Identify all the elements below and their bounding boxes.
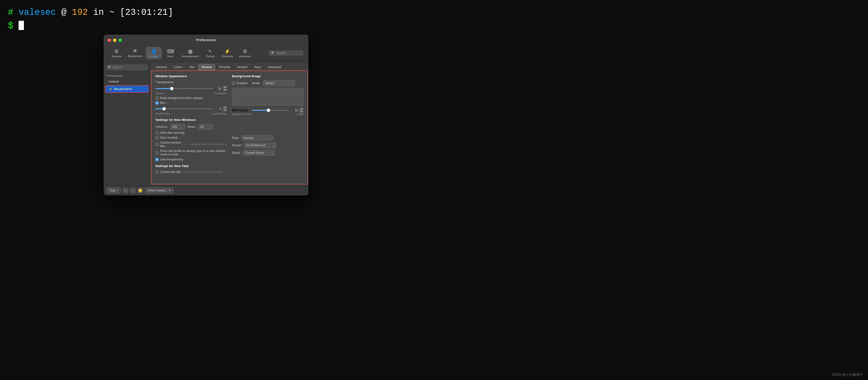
force-new-window-checkbox[interactable] bbox=[155, 151, 159, 155]
toolbar-item-appearance[interactable]: 👁 Appearance bbox=[125, 47, 145, 59]
watermark: CSDN @小豆像俗干 bbox=[832, 373, 863, 377]
blur-row[interactable]: Blur: bbox=[155, 101, 227, 105]
toolbar-items: ⚙ General 👁 Appearance 👤 Profiles ⌨ Keys… bbox=[108, 47, 254, 59]
bg-enabled-row[interactable]: Enabled Mode: Stretch bbox=[232, 81, 304, 86]
screen-select[interactable]: No Preference bbox=[244, 142, 276, 148]
toolbar-item-shortcuts[interactable]: ⚡ Shortcuts bbox=[219, 47, 236, 59]
custom-window-title-checkbox[interactable] bbox=[155, 143, 159, 146]
transparency-slider-fill bbox=[155, 88, 172, 89]
tab-general[interactable]: General bbox=[153, 64, 170, 70]
tab-general-label: General bbox=[156, 65, 167, 69]
sidebar-item-default[interactable]: Default bbox=[105, 78, 149, 85]
force-new-window-row[interactable]: Force this profile to always open in a n… bbox=[155, 149, 227, 156]
hide-after-opening-row[interactable]: Hide after opening bbox=[155, 131, 227, 134]
tab-session-label: Session bbox=[237, 65, 247, 69]
emoji-button[interactable]: 🙂 bbox=[138, 188, 143, 193]
transparency-slider-track[interactable] bbox=[155, 88, 213, 89]
star-icon: ★ bbox=[109, 87, 112, 91]
search-input[interactable] bbox=[276, 51, 301, 55]
minimize-button[interactable] bbox=[113, 38, 117, 42]
toolbar-item-profiles[interactable]: 👤 Profiles bbox=[146, 47, 162, 59]
sidebar-item-default-label: Default bbox=[108, 80, 119, 84]
main-content: 🔍 Profile Name Default ★ MacBookPro Gene… bbox=[104, 62, 308, 185]
transparency-stepper-down[interactable]: ▼ bbox=[223, 89, 227, 91]
dropdown-chevron-icon: ▾ bbox=[169, 189, 170, 192]
toolbar-item-general[interactable]: ⚙ General bbox=[108, 47, 124, 59]
custom-window-title-row[interactable]: Custom window title: bbox=[155, 141, 227, 148]
sidebar: 🔍 Profile Name Default ★ MacBookPro bbox=[104, 62, 151, 185]
toolbar-label-profiles: Profiles bbox=[149, 55, 158, 58]
transparency-slider-thumb[interactable] bbox=[170, 87, 174, 90]
maximize-button[interactable] bbox=[118, 38, 122, 42]
tab-terminal[interactable]: Terminal bbox=[216, 64, 233, 70]
keep-bg-opaque-checkbox[interactable] bbox=[155, 96, 159, 100]
person-icon: 👤 bbox=[151, 49, 157, 54]
blur-slider-track[interactable] bbox=[155, 108, 213, 109]
sidebar-item-macbookpro[interactable]: ★ MacBookPro bbox=[105, 85, 149, 93]
space-select-wrapper: Current Space bbox=[243, 150, 275, 155]
custom-window-title-input[interactable] bbox=[190, 142, 227, 146]
tab-window[interactable]: Window bbox=[198, 64, 215, 70]
sidebar-search-input[interactable] bbox=[113, 66, 146, 69]
toolbar-search[interactable]: 🔍 bbox=[269, 50, 304, 56]
blur-value: 4 bbox=[215, 107, 221, 110]
close-button[interactable] bbox=[107, 38, 111, 42]
blur-slider-labels: Small Radius Large Radius bbox=[155, 112, 227, 115]
force-new-window-label: Force this profile to always open in a n… bbox=[160, 149, 227, 156]
sidebar-search[interactable]: 🔍 bbox=[106, 64, 148, 70]
blur-stepper-up[interactable]: ▲ bbox=[223, 106, 227, 108]
open-toolbelt-checkbox[interactable] bbox=[155, 136, 159, 139]
add-button[interactable]: + bbox=[123, 188, 128, 193]
settings-new-windows: Settings for New Windows Columns: Rows: … bbox=[155, 118, 227, 161]
bg-enabled-label: Enabled bbox=[237, 82, 247, 85]
blending-slider-thumb[interactable] bbox=[267, 108, 270, 112]
terminal-cursor: █ bbox=[19, 21, 24, 31]
screen-row: Screen: No Preference bbox=[232, 142, 304, 148]
use-transparency-row[interactable]: Use transparency bbox=[155, 158, 227, 161]
keep-bg-opaque-row[interactable]: Keep background colors opaque bbox=[155, 96, 227, 100]
tab-keys-label: Keys bbox=[254, 65, 261, 69]
rows-input[interactable] bbox=[198, 124, 213, 130]
terminal-line-2: $ █ bbox=[8, 19, 860, 33]
blur-stepper-down[interactable]: ▼ bbox=[223, 109, 227, 111]
settings-new-tabs-title: Settings for New Tabs bbox=[155, 164, 227, 168]
use-transparency-checkbox[interactable] bbox=[155, 158, 159, 161]
tab-keys[interactable]: Keys bbox=[251, 64, 264, 70]
transparency-row: Transparency: bbox=[155, 81, 227, 84]
open-toolbelt-row[interactable]: Open toolbelt bbox=[155, 136, 227, 139]
tab-colors[interactable]: Colors bbox=[170, 64, 186, 70]
other-actions-button[interactable]: Other Actions... ▾ bbox=[145, 188, 173, 193]
style-select[interactable]: Normal bbox=[241, 135, 273, 141]
tab-session[interactable]: Session bbox=[234, 64, 251, 70]
panel-right: Background Image Enabled Mode: Stretch bbox=[232, 74, 304, 175]
bg-mode-select[interactable]: Stretch bbox=[263, 81, 295, 86]
space-select[interactable]: Current Space bbox=[243, 150, 275, 155]
blending-stepper-down[interactable]: ▼ bbox=[300, 110, 304, 113]
actions-label: Other Actions... bbox=[148, 189, 168, 192]
traffic-lights bbox=[107, 38, 122, 42]
minus-icon: − bbox=[132, 189, 134, 192]
blending-slider-track[interactable] bbox=[252, 110, 289, 111]
custom-tab-title-row[interactable]: Custom tab title: bbox=[155, 170, 227, 174]
tab-terminal-label: Terminal bbox=[219, 65, 230, 69]
transparency-stepper-up[interactable]: ▲ bbox=[223, 86, 227, 88]
toolbar-item-advanced[interactable]: ⚙ Advanced bbox=[237, 47, 254, 59]
terminal-dollar: $ bbox=[8, 21, 13, 31]
tab-text[interactable]: Text bbox=[186, 64, 198, 70]
search-icon: 🔍 bbox=[271, 51, 275, 55]
custom-tab-title-input[interactable] bbox=[185, 170, 227, 174]
toolbar-item-pointer[interactable]: ↖ Pointer bbox=[202, 47, 218, 59]
blur-checkbox[interactable] bbox=[155, 101, 159, 105]
blending-stepper-up[interactable]: ▲ bbox=[300, 107, 304, 110]
hide-after-opening-checkbox[interactable] bbox=[155, 131, 159, 134]
columns-input[interactable] bbox=[170, 124, 185, 130]
toolbar-item-arrangements[interactable]: ▦ Arrangements bbox=[179, 47, 202, 59]
remove-button[interactable]: − bbox=[130, 188, 136, 193]
custom-window-title-label: Custom window title: bbox=[160, 141, 187, 148]
tags-button[interactable]: Tags > bbox=[106, 188, 121, 193]
custom-tab-title-checkbox[interactable] bbox=[155, 170, 159, 174]
toolbar-item-keys[interactable]: ⌨ Keys bbox=[163, 47, 178, 59]
blur-slider-thumb[interactable] bbox=[162, 107, 166, 110]
bg-enabled-checkbox[interactable] bbox=[232, 82, 235, 85]
tab-advanced[interactable]: Advanced bbox=[265, 64, 284, 70]
